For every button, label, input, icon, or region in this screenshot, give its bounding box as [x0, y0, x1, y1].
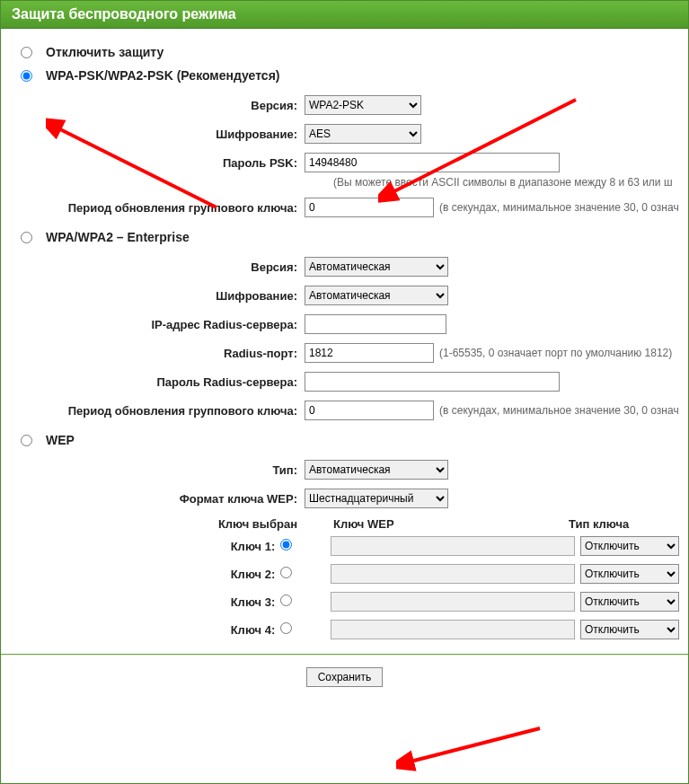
wep-key-name: Ключ 3: — [10, 595, 275, 609]
wep-label: WEP — [46, 433, 75, 447]
wep-key-select-radio[interactable] — [280, 567, 292, 578]
wpa-psk-version-select[interactable]: WPA2-PSK — [305, 95, 421, 115]
wpa-ent-gkupdate-input[interactable] — [305, 401, 434, 420]
radius-password-label: Пароль Radius-сервера: — [10, 375, 305, 389]
wpa-ent-version-label: Версия: — [10, 260, 305, 274]
wep-key-type-select[interactable]: Отключить — [580, 592, 679, 612]
wep-key-select-radio[interactable] — [280, 595, 292, 606]
wpa-psk-gkupdate-hint: (в секундах, минимальное значение 30, 0 … — [439, 201, 679, 214]
wep-col-type: Тип ключа — [560, 517, 679, 531]
wep-format-select[interactable]: Шестнадцатеричный — [305, 489, 448, 508]
wpa-ent-encrypt-select[interactable]: Автоматическая — [305, 286, 448, 305]
svg-line-2 — [407, 728, 540, 762]
wpa-psk-password-input[interactable] — [305, 153, 560, 172]
wpa-psk-label: WPA-PSK/WPA2-PSK (Рекомендуется) — [46, 68, 279, 83]
radius-port-label: Radius-порт: — [10, 347, 305, 360]
radius-password-input[interactable] — [305, 372, 560, 392]
wep-type-select[interactable]: Автоматическая — [305, 460, 448, 480]
wep-key-row: Ключ 1:Отключить — [10, 533, 679, 559]
wep-key-name: Ключ 1: — [10, 540, 275, 553]
wep-key-select-radio[interactable] — [280, 622, 292, 634]
wep-key-name: Ключ 4: — [10, 623, 275, 637]
radius-port-hint: (1-65535, 0 означает порт по умолчанию 1… — [439, 347, 672, 359]
annotation-arrow-icon — [396, 719, 549, 773]
wpa-ent-version-select[interactable]: Автоматическая — [305, 257, 448, 277]
wpa-psk-version-label: Версия: — [10, 99, 305, 112]
wep-key-row: Ключ 2:Отключить — [10, 560, 679, 587]
radius-ip-label: IP-адрес Radius-сервера: — [10, 318, 305, 331]
radius-port-input[interactable] — [305, 343, 434, 363]
page-title: Защита беспроводного режима — [1, 1, 688, 29]
wep-key-value-input[interactable] — [331, 592, 575, 612]
wpa-psk-encrypt-select[interactable]: AES — [305, 124, 421, 144]
wpa-psk-password-label: Пароль PSK: — [10, 156, 305, 170]
wep-key-value-input[interactable] — [331, 564, 575, 584]
disable-security-label: Отключить защиту — [46, 45, 163, 59]
radio-wpa-enterprise[interactable] — [21, 232, 32, 243]
wep-col-key: Ключ WEP — [305, 517, 560, 531]
wep-key-type-select[interactable]: Отключить — [580, 620, 679, 639]
save-button[interactable]: Сохранить — [306, 667, 384, 687]
wpa-ent-gkupdate-label: Период обновления группового ключа: — [10, 404, 305, 418]
wpa-enterprise-label: WPA/WPA2 – Enterprise — [46, 230, 190, 244]
wep-key-type-select[interactable]: Отключить — [580, 536, 679, 556]
wpa-psk-encrypt-label: Шифрование: — [10, 128, 305, 141]
wep-key-value-input[interactable] — [331, 620, 575, 639]
wep-type-label: Тип: — [10, 463, 305, 477]
radius-ip-input[interactable] — [305, 314, 446, 334]
wpa-psk-gkupdate-label: Период обновления группового ключа: — [10, 201, 305, 215]
wpa-ent-encrypt-label: Шифрование: — [10, 289, 305, 303]
radio-wep[interactable] — [21, 435, 32, 446]
wep-key-name: Ключ 2: — [10, 568, 275, 581]
wep-key-row: Ключ 3:Отключить — [10, 588, 679, 615]
wep-key-type-select[interactable]: Отключить — [580, 564, 679, 584]
wep-key-row: Ключ 4:Отключить — [10, 616, 679, 643]
wep-key-value-input[interactable] — [331, 536, 575, 556]
wpa-ent-gkupdate-hint: (в секундах, минимальное значение 30, 0 … — [439, 404, 679, 417]
wpa-psk-gkupdate-input[interactable] — [305, 198, 434, 217]
radio-disable-security[interactable] — [21, 47, 32, 58]
wep-col-selected: Ключ выбран — [10, 517, 305, 531]
radio-wpa-psk[interactable] — [21, 70, 32, 82]
wep-format-label: Формат ключа WEP: — [10, 492, 305, 506]
wpa-psk-password-hint: (Вы можете ввести ASCII символы в диапаз… — [333, 176, 679, 189]
wep-key-select-radio[interactable] — [280, 539, 292, 551]
